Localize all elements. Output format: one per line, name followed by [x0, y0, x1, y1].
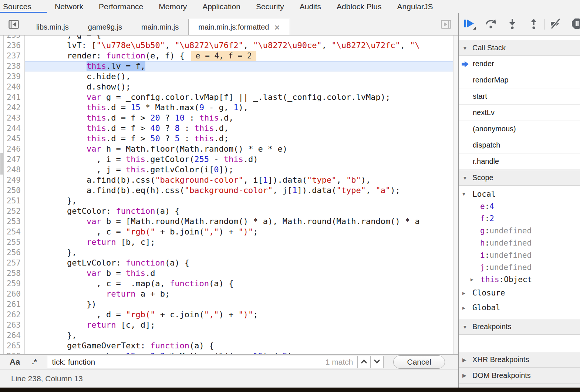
line-content[interactable]: },	[25, 247, 458, 258]
code-line-244[interactable]: 244 this.d = f > 40 ? 8 : this.d,	[0, 123, 458, 134]
line-content[interactable]: return [b, c];	[25, 237, 458, 247]
line-number[interactable]: 252	[0, 206, 25, 216]
code-line-246[interactable]: 246 var h = Math.floor(Math.random() * e…	[0, 144, 458, 154]
line-number[interactable]: 249	[0, 175, 25, 185]
code-line-256[interactable]: 256 },	[0, 247, 458, 258]
line-number[interactable]: 247	[0, 154, 25, 165]
line-number[interactable]: 242	[0, 102, 25, 113]
line-content[interactable]: this.lv = f,	[25, 61, 458, 71]
devtools-tab-network[interactable]: Network	[47, 0, 91, 13]
line-content[interactable]: this.d = f > 40 ? 8 : this.d,	[25, 123, 458, 134]
line-number[interactable]: 262	[0, 310, 25, 320]
call-stack-frame-r-handle[interactable]: r.handle	[459, 153, 580, 170]
code-line-238[interactable]: 238 this.lv = f,	[0, 61, 458, 71]
line-number[interactable]: 260	[0, 289, 25, 299]
step-out-button[interactable]	[523, 13, 544, 35]
line-number[interactable]: 235	[0, 36, 25, 40]
code-line-237[interactable]: 237 render: function(e, f) {e = 4, f = 2	[0, 51, 458, 61]
code-line-241[interactable]: 241 var g = _config.color.lvMap[f] || _.…	[0, 92, 458, 102]
line-number[interactable]: 256	[0, 247, 25, 258]
code-line-247[interactable]: 247 , i = this.getColor(255 - this.d)	[0, 154, 458, 165]
xhr-breakpoints-header[interactable]: ▶ XHR Breakpoints	[459, 352, 580, 368]
line-content[interactable]: var h = Math.floor(Math.random() * e * e…	[25, 144, 458, 154]
code-line-263[interactable]: 263 return [c, d];	[0, 320, 458, 330]
line-number[interactable]: 261	[0, 299, 25, 310]
file-tab-game9g-js[interactable]: game9g.js	[78, 19, 132, 35]
line-content[interactable]: var g = _config.color.lvMap[f] || _.last…	[25, 92, 458, 102]
line-number[interactable]: 245	[0, 134, 25, 144]
code-line-262[interactable]: 262 , d = "rgb(" + c.join(",") + ")";	[0, 310, 458, 320]
regex-toggle[interactable]: .*	[32, 358, 37, 366]
scope-section-local[interactable]: ▼Local	[459, 188, 580, 200]
line-content[interactable]: var b = this.d	[25, 268, 458, 278]
line-number[interactable]: 237	[0, 51, 25, 61]
line-number[interactable]: 255	[0, 237, 25, 247]
line-content[interactable]: , j = this.getLvColor(i[0]);	[25, 165, 458, 175]
line-number[interactable]: 264	[0, 330, 25, 341]
line-number[interactable]: 241	[0, 92, 25, 102]
code-line-261[interactable]: 261 })	[0, 299, 458, 310]
search-input[interactable]: tick: function 1 match	[47, 356, 358, 368]
devtools-tab-application[interactable]: Application	[195, 0, 248, 13]
line-content[interactable]: getLvColor: function(a) {	[25, 258, 458, 268]
editor-scrollbar[interactable]	[453, 36, 458, 354]
line-content[interactable]: this.d = f > 50 ? 5 : this.d;	[25, 134, 458, 144]
code-editor[interactable]: 235 , g = {236 lvT: ["\u778e\u5b50", "\u…	[0, 36, 458, 354]
line-content[interactable]: d.show();	[25, 82, 458, 92]
code-line-250[interactable]: 250 a.find(b).eq(h).css("background-colo…	[0, 185, 458, 196]
line-number[interactable]: 246	[0, 144, 25, 154]
code-line-235[interactable]: 235 , g = {	[0, 36, 458, 40]
line-content[interactable]: c.hide(),	[25, 71, 458, 82]
cancel-button[interactable]: Cancel	[393, 355, 445, 369]
match-case-toggle[interactable]: Aa	[10, 357, 20, 367]
code-line-260[interactable]: 260 return a + b;	[0, 289, 458, 299]
line-content[interactable]: , i = this.getColor(255 - this.d)	[25, 154, 458, 165]
code-line-264[interactable]: 264 },	[0, 330, 458, 341]
global-listeners-header[interactable]: ▶ Global Listeners	[459, 383, 580, 388]
close-icon[interactable]: ×	[274, 24, 280, 31]
file-tab-main-min-js[interactable]: main.min.js	[132, 19, 188, 35]
line-number[interactable]: 243	[0, 113, 25, 123]
line-content[interactable]: lvT: ["\u778e\u5b50", "\u8272\u76f2", "\…	[25, 40, 458, 51]
line-content[interactable]: return a + b;	[25, 289, 458, 299]
dom-breakpoints-header[interactable]: ▶ DOM Breakpoints	[459, 368, 580, 383]
code-line-253[interactable]: 253 var b = [Math.round(Math.random() * …	[0, 216, 458, 227]
line-number[interactable]: 258	[0, 268, 25, 278]
line-content[interactable]: return [c, d];	[25, 320, 458, 330]
code-line-252[interactable]: 252 getColor: function(a) {	[0, 206, 458, 216]
code-line-258[interactable]: 258 var b = this.d	[0, 268, 458, 278]
call-stack-frame-dispatch[interactable]: dispatch	[459, 137, 580, 153]
call-stack-header[interactable]: ▼ Call Stack	[459, 40, 580, 56]
line-content[interactable]: , d = "rgb(" + c.join(",") + ")";	[25, 310, 458, 320]
breakpoints-header[interactable]: ▼ Breakpoints	[459, 319, 580, 335]
scope-variable-i[interactable]: i: undefined	[459, 249, 580, 261]
line-number[interactable]: 265	[0, 341, 25, 351]
line-content[interactable]: })	[25, 299, 458, 310]
scope-header[interactable]: ▼ Scope	[459, 170, 580, 186]
next-file-button[interactable]	[439, 17, 453, 31]
code-line-251[interactable]: 251 },	[0, 196, 458, 206]
call-stack-frame--anonymous-[interactable]: (anonymous)	[459, 121, 580, 137]
line-content[interactable]: },	[25, 196, 458, 206]
code-line-257[interactable]: 257 getLvColor: function(a) {	[0, 258, 458, 268]
scope-variable-this[interactable]: ▶this: Object	[459, 273, 580, 285]
line-number[interactable]: 253	[0, 216, 25, 227]
next-match-button[interactable]	[370, 356, 384, 368]
scope-variable-h[interactable]: h: undefined	[459, 237, 580, 249]
line-number[interactable]: 254	[0, 227, 25, 237]
code-line-249[interactable]: 249 a.find(b).css("background-color", i[…	[0, 175, 458, 185]
file-tab-libs-min-js[interactable]: libs.min.js	[27, 19, 78, 35]
scope-variable-e[interactable]: e: 4	[459, 200, 580, 212]
code-line-254[interactable]: 254 , c = "rgb(" + b.join(",") + ")";	[0, 227, 458, 237]
line-number[interactable]: 266	[0, 351, 25, 354]
call-stack-frame-start[interactable]: start	[459, 88, 580, 105]
line-number[interactable]: 240	[0, 82, 25, 92]
devtools-tab-security[interactable]: Security	[248, 0, 292, 13]
line-content[interactable]: , c = _.map(a, function(a) {	[25, 278, 458, 289]
line-number[interactable]: 248	[0, 165, 25, 175]
step-over-button[interactable]	[480, 13, 502, 35]
deactivate-breakpoints-button[interactable]	[545, 13, 566, 35]
devtools-tab-memory[interactable]: Memory	[151, 0, 195, 13]
line-number[interactable]: 239	[0, 71, 25, 82]
line-content[interactable]: a.find(b).eq(h).css("background-color", …	[25, 185, 458, 196]
